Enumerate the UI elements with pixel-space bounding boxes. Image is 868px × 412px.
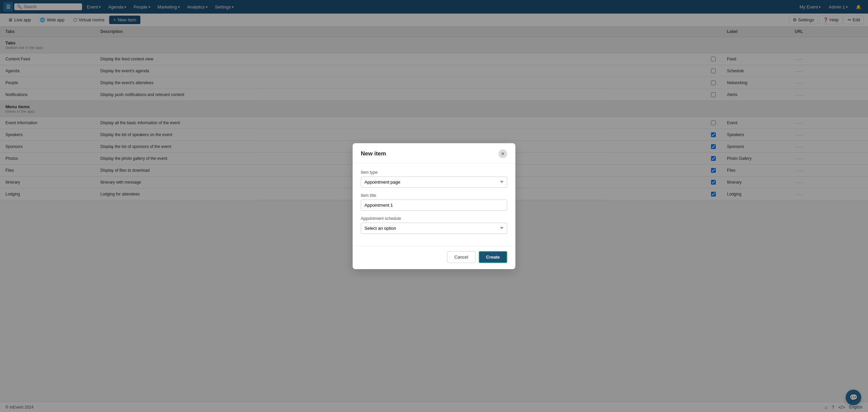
modal-footer: Cancel Create [353,246,515,269]
modal-overlay[interactable]: New item ✕ Item type Appointment page We… [0,0,868,412]
appointment-schedule-select[interactable]: Select an option [361,223,507,234]
new-item-modal: New item ✕ Item type Appointment page We… [353,143,515,269]
item-title-group: Item title [361,193,507,211]
item-type-group: Item type Appointment page Web page Cust… [361,170,507,188]
item-title-label: Item title [361,193,507,198]
item-type-label: Item type [361,170,507,175]
item-type-select[interactable]: Appointment page Web page Custom page [361,176,507,188]
modal-title: New item [361,150,386,157]
modal-header: New item ✕ [353,143,515,163]
modal-body: Item type Appointment page Web page Cust… [353,163,515,246]
item-title-input[interactable] [361,200,507,211]
modal-close-btn[interactable]: ✕ [498,149,507,158]
cancel-button[interactable]: Cancel [447,251,475,263]
create-button[interactable]: Create [479,251,507,263]
appointment-schedule-group: Appointment schedule Select an option [361,216,507,234]
appointment-schedule-label: Appointment schedule [361,216,507,221]
